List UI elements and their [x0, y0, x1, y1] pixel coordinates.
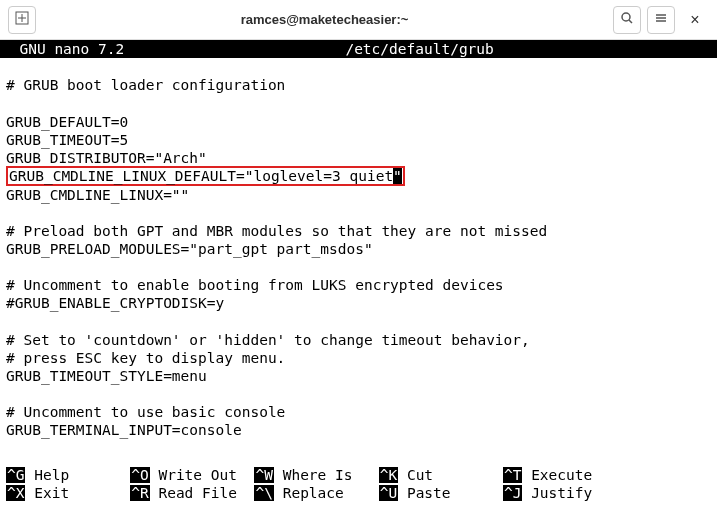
shortcut-key-whereis: ^W — [254, 467, 273, 483]
close-icon: × — [690, 11, 699, 29]
close-button[interactable]: × — [681, 6, 709, 34]
editor-line: # Uncomment to use basic console — [6, 404, 285, 420]
shortcut-label-readfile: Read File — [150, 485, 255, 501]
plus-icon — [15, 11, 29, 28]
svg-point-3 — [622, 13, 630, 21]
window-titlebar: ramces@maketecheasier:~ × — [0, 0, 717, 40]
new-tab-button[interactable] — [8, 6, 36, 34]
shortcut-label-cut: Cut — [398, 467, 503, 483]
search-button[interactable] — [613, 6, 641, 34]
editor-line: GRUB_DISTRIBUTOR="Arch" — [6, 150, 207, 166]
editor-line: # Preload both GPT and MBR modules so th… — [6, 223, 547, 239]
shortcut-label-writeout: Write Out — [150, 467, 255, 483]
editor-line: # Set to 'countdown' or 'hidden' to chan… — [6, 332, 530, 348]
editor-line: GRUB_TERMINAL_INPUT=console — [6, 422, 242, 438]
shortcut-key-exit: ^X — [6, 485, 25, 501]
editor-line: #GRUB_ENABLE_CRYPTODISK=y — [6, 295, 224, 311]
editor-line: # Uncomment to enable booting from LUKS … — [6, 277, 504, 293]
titlebar-right-controls: × — [613, 6, 709, 34]
editor-line: GRUB_CMDLINE_LINUX="" — [6, 187, 189, 203]
window-title: ramces@maketecheasier:~ — [36, 12, 613, 27]
terminal-area[interactable]: GNU nano 7.2 /etc/default/grub # GRUB bo… — [0, 40, 717, 508]
nano-file-path: /etc/default/grub — [345, 40, 493, 58]
editor-line: # press ESC key to display menu. — [6, 350, 285, 366]
header-spacer — [124, 40, 345, 58]
shortcut-key-readfile: ^R — [130, 485, 149, 501]
shortcut-key-writeout: ^O — [130, 467, 149, 483]
svg-line-4 — [629, 20, 632, 23]
menu-button[interactable] — [647, 6, 675, 34]
shortcut-key-replace: ^\ — [254, 485, 273, 501]
shortcut-label-help: Help — [25, 467, 130, 483]
shortcut-label-justify: Justify — [522, 485, 592, 501]
shortcut-key-justify: ^J — [503, 485, 522, 501]
shortcut-label-execute: Execute — [522, 467, 592, 483]
editor-line: GRUB_TIMEOUT=5 — [6, 132, 128, 148]
nano-editor-body[interactable]: # GRUB boot loader configuration GRUB_DE… — [0, 58, 717, 439]
highlighted-line: GRUB_CMDLINE_LINUX_DEFAULT="loglevel=3 q… — [6, 166, 405, 186]
text-cursor: " — [393, 168, 402, 184]
shortcut-label-paste: Paste — [398, 485, 503, 501]
editor-line: # GRUB boot loader configuration — [6, 77, 285, 93]
shortcut-label-replace: Replace — [274, 485, 379, 501]
header-spacer-2 — [494, 40, 715, 58]
nano-shortcut-bar: ^G Help ^O Write Out ^W Where Is ^K Cut … — [0, 448, 717, 508]
shortcut-label-exit: Exit — [25, 485, 130, 501]
editor-line: GRUB_PRELOAD_MODULES="part_gpt part_msdo… — [6, 241, 373, 257]
editor-line: GRUB_DEFAULT=0 — [6, 114, 128, 130]
shortcut-key-help: ^G — [6, 467, 25, 483]
editor-line: GRUB_TIMEOUT_STYLE=menu — [6, 368, 207, 384]
shortcut-key-cut: ^K — [379, 467, 398, 483]
nano-header: GNU nano 7.2 /etc/default/grub — [0, 40, 717, 58]
shortcut-key-execute: ^T — [503, 467, 522, 483]
shortcut-label-whereis: Where Is — [274, 467, 379, 483]
search-icon — [620, 11, 634, 28]
nano-app-name: GNU nano 7.2 — [2, 40, 124, 58]
hamburger-icon — [654, 11, 668, 28]
shortcut-key-paste: ^U — [379, 485, 398, 501]
highlighted-text: GRUB_CMDLINE_LINUX_DEFAULT="loglevel=3 q… — [9, 168, 393, 184]
